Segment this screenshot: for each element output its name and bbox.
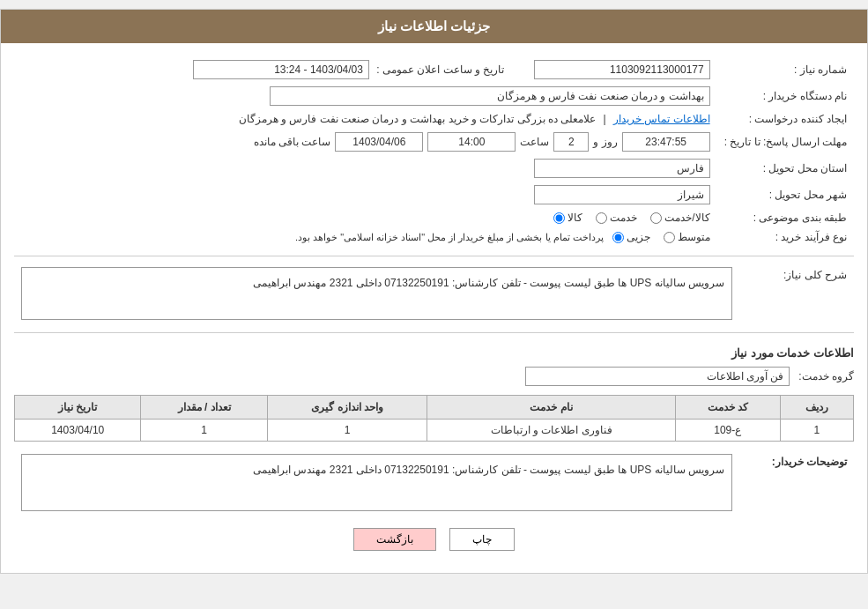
col-date: تاریخ نیاز <box>15 396 141 420</box>
services-table-head: ردیف کد خدمت نام خدمت واحد اندازه گیری ت… <box>15 396 854 420</box>
table-row: 1 ع-109 فناوری اطلاعات و ارتباطات 1 1 14… <box>15 420 854 442</box>
need-number-row: شماره نیاز : 1103092113000177 تاریخ و سا… <box>14 56 854 83</box>
deadline-value: 23:47:55 روز و 2 ساعت 14:00 1403/04/06 <box>14 129 717 155</box>
deadline-row-flex: 23:47:55 روز و 2 ساعت 14:00 1403/04/06 <box>21 132 710 152</box>
cell-service-name: فناوری اطلاعات و ارتباطات <box>427 420 675 442</box>
services-section: اطلاعات خدمات مورد نیاز گروه خدمت: فن آو… <box>14 346 854 442</box>
category-radio-group: کالا/خدمت خدمت کالا <box>21 212 710 224</box>
category-goods-radio[interactable] <box>553 212 565 224</box>
services-table-body: 1 ع-109 فناوری اطلاعات و ارتباطات 1 1 14… <box>15 420 854 442</box>
category-goods-service-label: کالا/خدمت <box>664 212 709 224</box>
button-row: چاپ بازگشت <box>14 528 854 551</box>
creator-link[interactable]: اطلاعات تماس خریدار <box>613 113 710 125</box>
col-service-name: نام خدمت <box>427 396 675 420</box>
deadline-days-display: 2 <box>553 132 589 152</box>
deadline-row: مهلت ارسال پاسخ: تا تاریخ : 23:47:55 روز… <box>14 129 854 155</box>
page-title: جزئیات اطلاعات نیاز <box>378 19 490 33</box>
need-desc-field: سرویس سالیانه UPS ها طبق لیست پیوست - تل… <box>21 267 732 320</box>
creator-value: اطلاعات تماس خریدار | علامعلی ده بزرگی ت… <box>14 109 717 129</box>
need-number-value: 1103092113000177 تاریخ و ساعت اعلان عموم… <box>14 56 717 83</box>
buyer-desc-value: سرویس سالیانه UPS ها طبق لیست پیوست - تل… <box>14 450 739 515</box>
creator-row: ایجاد کننده درخواست : اطلاعات تماس خریدا… <box>14 109 854 129</box>
deadline-date: 1403/04/06 <box>352 136 405 148</box>
creator-name: علامعلی ده بزرگی تدارکات و خرید بهداشت و… <box>239 113 596 125</box>
buyer-org-row: نام دستگاه خریدار : بهداشت و درمان صنعت … <box>14 83 854 109</box>
print-button[interactable]: چاپ <box>449 528 515 551</box>
service-group-field: فن آوری اطلاعات <box>525 367 790 386</box>
deadline-date-display: 1403/04/06 <box>335 132 423 152</box>
deadline-time: 14:00 <box>458 136 485 148</box>
category-goods: کالا <box>553 212 582 224</box>
category-service: خدمت <box>596 212 637 224</box>
province-field: فارس <box>534 159 710 178</box>
city-row: شهر محل تحویل : شیراز <box>14 182 854 208</box>
purchase-partial: جزیی <box>612 231 650 243</box>
purchase-medium-radio[interactable] <box>664 232 675 243</box>
buyer-desc-field: سرویس سالیانه UPS ها طبق لیست پیوست - تل… <box>21 454 732 511</box>
category-label: طبقه بندی موضوعی : <box>717 208 854 227</box>
need-number-field: 1103092113000177 <box>534 60 710 79</box>
purchase-radio-group: متوسط جزیی <box>612 231 710 243</box>
purchase-type-row: نوع فرآیند خرید : متوسط جزیی <box>14 227 854 247</box>
city-value: شیراز <box>14 182 717 208</box>
deadline-label: مهلت ارسال پاسخ: تا تاریخ : <box>717 129 854 155</box>
page-header: جزئیات اطلاعات نیاز <box>1 10 867 43</box>
deadline-remaining-display: 23:47:55 <box>622 132 710 152</box>
col-unit: واحد اندازه گیری <box>267 396 427 420</box>
category-service-radio[interactable] <box>596 212 607 224</box>
buyer-org-value: بهداشت و درمان صنعت نفت فارس و هرمزگان <box>14 83 717 109</box>
service-group-row: گروه خدمت: فن آوری اطلاعات <box>14 367 854 386</box>
purchase-medium-label: متوسط <box>678 231 710 243</box>
need-desc-table: شرح کلی نیاز: سرویس سالیانه UPS ها طبق ل… <box>14 264 854 323</box>
cell-service-code: ع-109 <box>675 420 780 442</box>
purchase-type-value: متوسط جزیی پرداخت تمام یا بخشی از مبلغ خ… <box>14 227 717 247</box>
main-container: جزئیات اطلاعات نیاز شماره نیاز : 1103092… <box>0 9 868 574</box>
buyer-desc-row: توضیحات خریدار: سرویس سالیانه UPS ها طبق… <box>14 450 854 515</box>
category-goods-service-radio[interactable] <box>650 212 662 224</box>
category-goods-label: کالا <box>568 212 582 224</box>
purchase-partial-label: جزیی <box>627 231 650 243</box>
purchase-note: پرداخت تمام یا بخشی از مبلغ خریدار از مح… <box>295 232 604 243</box>
services-title: اطلاعات خدمات مورد نیاز <box>14 346 854 360</box>
service-group-label: گروه خدمت: <box>798 370 854 382</box>
deadline-time-display: 14:00 <box>427 132 516 152</box>
city-field: شیراز <box>534 185 710 204</box>
need-desc-value: سرویس سالیانه UPS ها طبق لیست پیوست - تل… <box>14 264 739 323</box>
cell-row-num: 1 <box>780 420 853 442</box>
buyer-org-field: بهداشت و درمان صنعت نفت فارس و هرمزگان <box>270 86 710 106</box>
announce-value: 1403/04/03 - 13:24 <box>193 60 369 79</box>
purchase-type-label: نوع فرآیند خرید : <box>717 227 854 247</box>
province-value: فارس <box>14 155 717 182</box>
purchase-medium: متوسط <box>664 231 710 243</box>
need-desc-label: شرح کلی نیاز: <box>739 264 854 323</box>
category-row: طبقه بندی موضوعی : کالا/خدمت خدمت کالا <box>14 208 854 227</box>
divider-1 <box>14 256 854 256</box>
category-goods-service: کالا/خدمت <box>650 212 709 224</box>
cell-quantity: 1 <box>141 420 267 442</box>
cell-unit: 1 <box>267 420 427 442</box>
col-row-num: ردیف <box>780 396 853 420</box>
buyer-org-label: نام دستگاه خریدار : <box>717 83 854 109</box>
buyer-desc-label: توضیحات خریدار: <box>739 450 854 515</box>
need-number-label: شماره نیاز : <box>717 56 854 83</box>
city-label: شهر محل تحویل : <box>717 182 854 208</box>
creator-label: ایجاد کننده درخواست : <box>717 109 854 129</box>
buyer-desc-table: توضیحات خریدار: سرویس سالیانه UPS ها طبق… <box>14 450 854 515</box>
divider-2 <box>14 332 854 333</box>
services-table-header-row: ردیف کد خدمت نام خدمت واحد اندازه گیری ت… <box>15 396 854 420</box>
announce-label: تاریخ و ساعت اعلان عمومی : <box>376 63 504 76</box>
category-options: کالا/خدمت خدمت کالا <box>14 208 717 227</box>
time-label: ساعت <box>520 136 549 148</box>
province-label: استان محل تحویل : <box>717 155 854 182</box>
purchase-type-container: متوسط جزیی پرداخت تمام یا بخشی از مبلغ خ… <box>21 231 710 243</box>
services-table: ردیف کد خدمت نام خدمت واحد اندازه گیری ت… <box>14 395 854 442</box>
col-quantity: تعداد / مقدار <box>141 396 267 420</box>
col-service-code: کد خدمت <box>675 396 780 420</box>
deadline-hours: 23:47:55 <box>645 136 686 148</box>
need-desc-row: شرح کلی نیاز: سرویس سالیانه UPS ها طبق ل… <box>14 264 854 323</box>
back-button[interactable]: بازگشت <box>353 528 436 551</box>
deadline-days: 2 <box>568 136 575 148</box>
info-table: شماره نیاز : 1103092113000177 تاریخ و سا… <box>14 56 854 247</box>
purchase-partial-radio[interactable] <box>612 232 624 243</box>
category-service-label: خدمت <box>610 212 637 224</box>
